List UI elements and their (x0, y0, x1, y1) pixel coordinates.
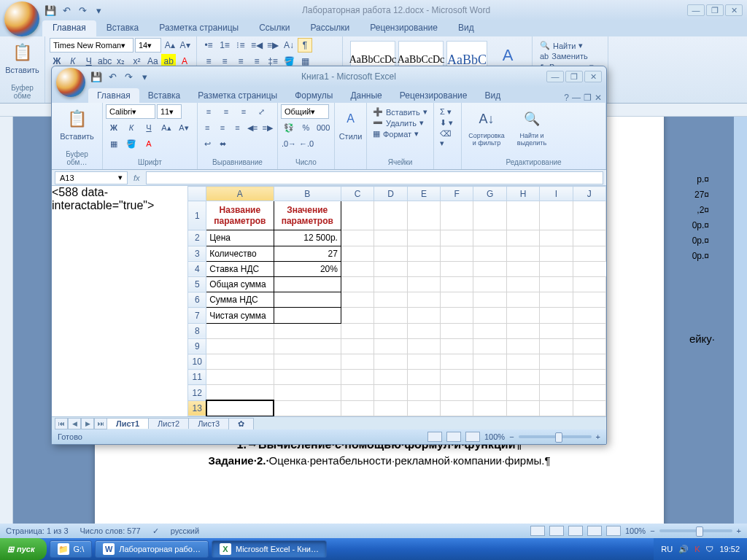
office-button-word[interactable] (4, 1, 39, 36)
zoom-out-button[interactable]: − (509, 432, 514, 441)
col-header-J[interactable]: J (573, 187, 605, 201)
tab-mailings[interactable]: Рассылки (300, 20, 360, 36)
fill-color-button[interactable]: 🪣 (123, 136, 139, 151)
font-name-select[interactable]: Times New Roman ▾ (50, 38, 133, 52)
col-header-D[interactable]: D (374, 187, 407, 201)
sheet-tab-3[interactable]: Лист3 (188, 418, 229, 429)
middle-align-button[interactable]: ≡ (218, 104, 234, 119)
qat-menu-icon[interactable]: ▾ (138, 70, 151, 83)
tab-view[interactable]: Вид (476, 88, 509, 103)
row-header[interactable]: 3 (188, 246, 206, 261)
merge-button[interactable]: ⬌ (216, 136, 230, 151)
redo-icon[interactable]: ↷ (76, 4, 89, 17)
row-header[interactable]: 6 (188, 292, 206, 308)
number-format-select[interactable]: Общий▾ (281, 104, 329, 119)
zoom-in-button[interactable]: + (596, 432, 600, 441)
row-header[interactable]: 10 (188, 354, 206, 370)
decrease-decimal-button[interactable]: ←.0 (298, 136, 314, 151)
row-header[interactable]: 11 (188, 370, 206, 385)
minimize-button[interactable]: — (546, 71, 564, 82)
format-cells-button[interactable]: ▦ Формат ▾ (373, 129, 427, 139)
language-indicator[interactable]: RU (661, 545, 673, 553)
cell-A7[interactable]: Чистая сумма (206, 308, 274, 323)
undo-icon[interactable]: ↶ (106, 70, 119, 83)
cell-B5[interactable] (274, 276, 341, 292)
find-select-button[interactable]: 🔍 Найти и выделить (511, 104, 552, 149)
taskbar-item-word[interactable]: W Лабораторная рабо… (95, 540, 209, 558)
maximize-button[interactable]: ❐ (565, 71, 583, 82)
replace-button[interactable]: abЗаменить (540, 52, 600, 61)
tray-icon[interactable]: 🛡 (705, 545, 713, 553)
office-button-excel[interactable] (56, 68, 85, 97)
tab-references[interactable]: Ссылки (249, 20, 300, 36)
cell-B2[interactable]: 12 500р. (274, 230, 341, 246)
save-icon[interactable]: 💾 (44, 4, 57, 17)
vertical-ruler[interactable] (0, 117, 13, 524)
font-name-select[interactable]: Calibri▾ (106, 104, 155, 119)
clock[interactable]: 19:52 (719, 545, 740, 553)
tab-page-layout[interactable]: Разметка страницы (189, 88, 286, 103)
tab-formulas[interactable]: Формулы (286, 88, 341, 103)
shrink-font-icon[interactable]: A▾ (176, 120, 192, 135)
row-header[interactable]: 9 (188, 338, 206, 354)
font-color-button[interactable]: A (141, 136, 157, 151)
cell-B3[interactable]: 27 (274, 246, 341, 261)
top-align-button[interactable]: ≡ (201, 104, 217, 119)
styles-button[interactable]: A Стили (338, 104, 363, 144)
increase-decimal-button[interactable]: .0→ (281, 136, 297, 151)
autosum-button[interactable]: Σ ▾ (440, 107, 455, 117)
tray-icon[interactable]: 🔊 (678, 545, 689, 554)
workbook-minimize[interactable]: — (572, 93, 581, 103)
save-icon[interactable]: 💾 (90, 70, 103, 83)
sheet-nav-prev[interactable]: ◀ (68, 418, 81, 429)
clear-button[interactable]: ⌫ ▾ (440, 129, 455, 148)
zoom-slider[interactable] (519, 435, 592, 438)
col-header-F[interactable]: F (441, 187, 473, 201)
new-sheet-button[interactable]: ✿ (228, 418, 254, 429)
increase-indent-button[interactable]: ≡▶ (266, 38, 280, 52)
workbook-close[interactable]: ✕ (595, 93, 602, 103)
row-header[interactable]: 1 (188, 201, 206, 230)
paste-button[interactable]: 📋 Вставить (4, 38, 40, 77)
excel-titlebar[interactable]: 💾 ↶ ↷ ▾ Книга1 - Microsoft Excel — ❐ ✕ (52, 66, 606, 87)
multilevel-button[interactable]: ⁝≡ (233, 38, 248, 52)
minimize-button[interactable]: — (687, 4, 705, 16)
cell-B6[interactable] (274, 292, 341, 308)
sheet-nav-last[interactable]: ⏭ (94, 418, 107, 429)
status-zoom[interactable]: 100% (484, 432, 505, 441)
wrap-text-button[interactable]: ↩ (201, 136, 214, 151)
tab-insert[interactable]: Вставка (96, 20, 150, 36)
sort-filter-button[interactable]: A↓ Сортировка и фильтр (465, 104, 508, 149)
status-words[interactable]: Число слов: 577 (80, 526, 141, 535)
view-draft[interactable] (606, 526, 621, 536)
cell-A3[interactable]: Количество (206, 246, 274, 261)
col-header-E[interactable]: E (407, 187, 440, 201)
workbook-restore[interactable]: ❐ (584, 93, 592, 103)
show-marks-button[interactable]: ¶ (298, 38, 312, 52)
view-outline[interactable] (587, 526, 602, 536)
delete-cells-button[interactable]: ➖ Удалить ▾ (373, 118, 427, 128)
currency-button[interactable]: 💱 (281, 120, 297, 135)
status-zoom[interactable]: 100% (625, 526, 646, 535)
select-all-corner[interactable] (188, 187, 206, 201)
cell-A13-active[interactable] (206, 400, 274, 416)
zoom-slider[interactable] (659, 529, 732, 532)
row-header[interactable]: 4 (188, 261, 206, 276)
font-size-select[interactable]: 11▾ (157, 104, 182, 119)
view-full-screen[interactable] (549, 526, 564, 536)
font-size-select[interactable]: 14 ▾ (135, 38, 161, 52)
borders-button[interactable]: ▦ (106, 136, 122, 151)
insert-cells-button[interactable]: ➕ Вставить ▾ (373, 107, 427, 117)
cell-A6[interactable]: Сумма НДС (206, 292, 274, 308)
row-header[interactable]: 13 (188, 400, 206, 416)
maximize-button[interactable]: ❐ (706, 4, 724, 16)
col-header-G[interactable]: G (473, 187, 507, 201)
cell-B4[interactable]: 20% (274, 261, 341, 276)
decrease-indent-button[interactable]: ◀≡ (246, 120, 260, 135)
col-header-B[interactable]: B (274, 187, 341, 201)
underline-button[interactable]: Ч (141, 120, 157, 135)
help-icon[interactable]: ? (564, 93, 569, 103)
tray-icon[interactable]: K (694, 545, 700, 553)
tab-home[interactable]: Главная (42, 20, 96, 36)
taskbar-item-explorer[interactable]: 📁 G:\ (50, 540, 93, 558)
